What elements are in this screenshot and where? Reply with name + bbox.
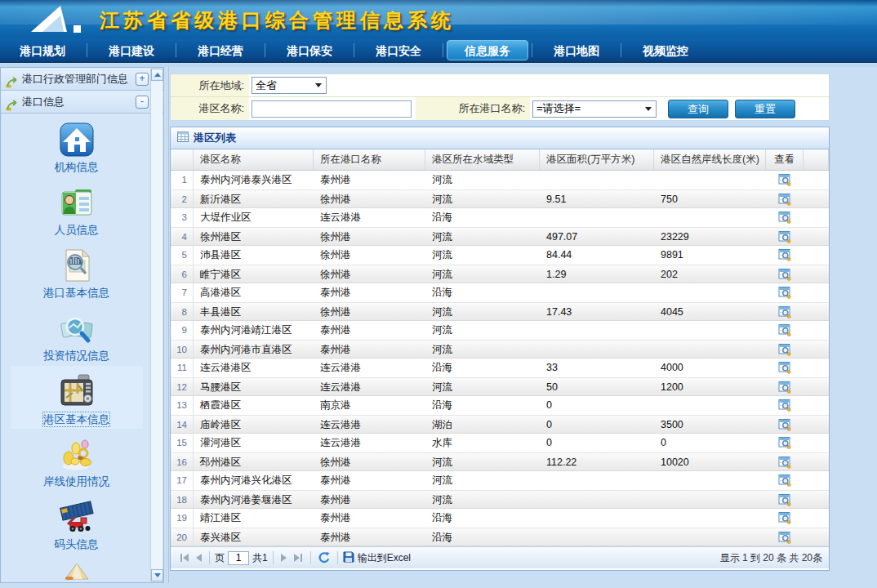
scroll-up-icon[interactable] [151, 69, 163, 81]
refresh-icon[interactable] [318, 551, 331, 564]
table-row: 11连云港港区连云港港沿海334000 [171, 359, 829, 377]
cell-port-area-name: 大堤作业区 [194, 208, 314, 227]
sidebar-item-partial-item[interactable] [11, 555, 143, 581]
nav-separator [532, 43, 532, 57]
cell-port-area-name: 高港港区 [194, 283, 314, 302]
column-header-4[interactable]: 港区自然岸线长度(米) [654, 149, 766, 170]
view-icon[interactable] [778, 399, 791, 415]
view-icon[interactable] [778, 418, 791, 433]
region-label: 所在地域: [171, 74, 249, 96]
view-icon[interactable] [778, 436, 791, 452]
scroll-down-icon[interactable] [151, 569, 163, 581]
view-icon[interactable] [778, 305, 791, 320]
nav-tab-video-monitor[interactable]: 视频监控 [623, 38, 708, 63]
column-header-1[interactable]: 所在港口名称 [314, 149, 425, 170]
collapse-toggle-icon[interactable]: - [136, 96, 149, 109]
cell-area-size [540, 491, 654, 508]
row-number: 2 [171, 190, 194, 207]
view-icon[interactable] [778, 268, 791, 283]
sidebar-item-personnel-info[interactable]: 人员信息 [11, 177, 143, 240]
sidebar-item-org-info[interactable]: 机构信息 [11, 114, 143, 177]
view-icon[interactable] [778, 193, 791, 207]
area-name-input[interactable] [252, 100, 412, 118]
column-header-2[interactable]: 港区所在水域类型 [425, 149, 540, 170]
cell-area-size: 112.22 [540, 453, 654, 470]
port-name-select-value: =请选择= [536, 101, 581, 116]
first-page-icon[interactable] [179, 553, 190, 563]
view-icon[interactable] [778, 343, 791, 358]
cell-area-size: 0 [540, 416, 654, 433]
view-icon[interactable] [778, 493, 791, 508]
cell-area-size: 0 [540, 396, 654, 415]
cell-port-name: 泰州港 [314, 283, 425, 302]
table-row: 12马腰港区连云港港河流501200 [171, 377, 829, 396]
cell-shoreline-length: 750 [654, 190, 766, 207]
view-icon[interactable] [778, 361, 791, 377]
cell-filler [804, 378, 829, 395]
filter-panel: 所在地域: 全省 港区名称: 所在港口名称: [170, 74, 830, 121]
sidebar-group-port-info[interactable]: 港口信息 - [1, 91, 163, 114]
region-select[interactable]: 全省 [252, 77, 327, 94]
sidebar-item-label: 码头信息 [55, 537, 99, 551]
view-icon[interactable] [778, 286, 791, 302]
nav-separator [354, 43, 354, 57]
view-icon[interactable] [778, 381, 791, 395]
view-icon[interactable] [778, 248, 791, 265]
toolbar-separator [337, 551, 338, 564]
view-icon[interactable] [778, 211, 791, 227]
port-name-select[interactable]: =请选择= [532, 100, 657, 118]
reset-button[interactable]: 重置 [735, 100, 795, 118]
nav-tab-port-safety[interactable]: 港口安全 [356, 38, 441, 63]
cell-port-area-name: 泰州内河港兴化港区 [194, 471, 314, 490]
cell-port-name: 泰州港 [314, 471, 425, 490]
export-excel-button[interactable]: 输出到Excel [343, 551, 411, 565]
column-header-0[interactable]: 港区名称 [194, 149, 314, 170]
nav-separator [443, 43, 443, 57]
cell-area-size: 50 [540, 378, 654, 395]
cell-port-area-name: 泰兴港区 [194, 528, 314, 546]
port-area-grid-panel: 港区列表 港区名称所在港口名称港区所在水域类型港区面积(万平方米)港区自然岸线长… [170, 127, 830, 571]
nav-tab-port-map[interactable]: 港口地图 [534, 38, 619, 63]
view-icon[interactable] [778, 173, 791, 189]
cell-view [766, 208, 804, 227]
nav-tab-port-operation[interactable]: 港口经营 [178, 38, 263, 63]
column-header-3[interactable]: 港区面积(万平方米) [540, 149, 654, 170]
query-button[interactable]: 查询 [668, 100, 728, 118]
view-icon[interactable] [778, 323, 791, 340]
next-page-icon[interactable] [280, 553, 289, 563]
column-header-5[interactable]: 查看 [766, 149, 804, 170]
sidebar-scrollbar[interactable] [150, 69, 162, 581]
sidebar-item-investment-info[interactable]: 投资情况信息 [11, 303, 143, 366]
sidebar-item-port-area-basic-info[interactable]: 港区基本信息 [11, 366, 143, 429]
expand-toggle-icon[interactable]: + [136, 73, 149, 86]
table-row: 2新沂港区徐州港河流9.51750 [171, 189, 829, 208]
chevron-down-icon [315, 83, 322, 87]
last-page-icon[interactable] [292, 553, 304, 563]
nav-tab-info-service[interactable]: 信息服务 [447, 40, 528, 60]
view-icon[interactable] [778, 474, 791, 490]
cell-shoreline-length [654, 396, 766, 415]
table-row: 13栖霞港区南京港沿海0 [171, 396, 829, 415]
view-icon[interactable] [778, 511, 791, 528]
cell-port-name: 连云港港 [314, 378, 425, 395]
page-number-input[interactable] [228, 551, 249, 565]
cell-view [766, 359, 804, 377]
view-icon[interactable] [778, 531, 791, 546]
app-logo-icon [26, 4, 95, 38]
document-magnifier-icon [59, 247, 95, 283]
view-icon[interactable] [778, 456, 791, 470]
sidebar-item-shoreline-usage[interactable]: 岸线使用情况 [11, 429, 143, 492]
cell-area-size [540, 341, 654, 358]
nav-tab-port-construction[interactable]: 港口建设 [89, 38, 174, 63]
view-icon[interactable] [778, 230, 791, 245]
prev-page-icon[interactable] [194, 553, 203, 563]
nav-tab-port-security[interactable]: 港口保安 [267, 38, 352, 63]
sidebar-item-port-basic-info[interactable]: 港口基本信息 [11, 240, 143, 303]
nav-tab-port-planning[interactable]: 港口规划 [0, 38, 85, 63]
save-disk-icon [343, 551, 354, 565]
sidebar-group-port-admin-dept-info[interactable]: 港口行政管理部门信息 + [1, 68, 163, 91]
app-window: 江苏省省级港口综合管理信息系统 港口规划港口建设港口经营港口保安港口安全信息服务… [0, 0, 877, 588]
cell-water-type: 河流 [425, 378, 540, 395]
cell-water-type: 河流 [425, 491, 540, 508]
sidebar-item-dock-info[interactable]: 码头信息 [11, 492, 143, 555]
